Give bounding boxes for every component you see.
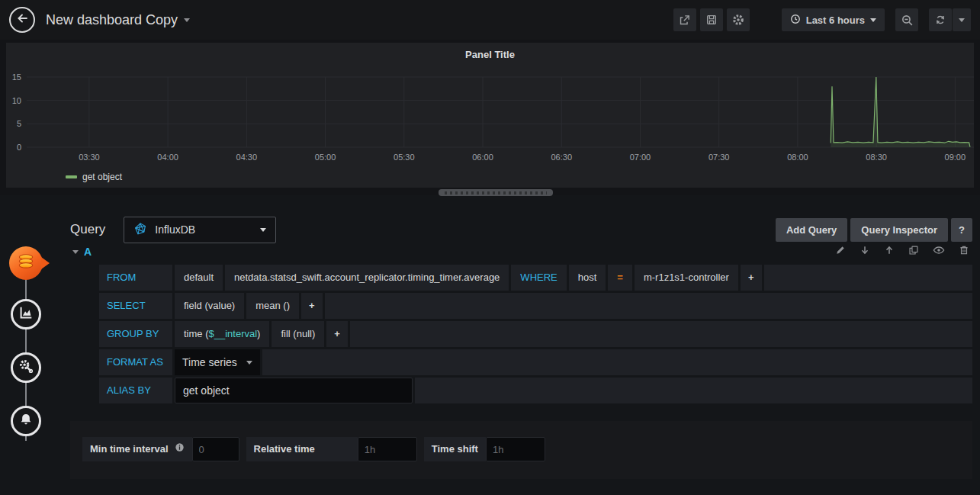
svg-text:04:30: 04:30 — [236, 153, 258, 162]
field-segment[interactable]: field (value) — [175, 293, 244, 319]
zoom-out-button[interactable] — [895, 8, 918, 31]
tab-general[interactable] — [9, 351, 43, 384]
legend-series-label: get object — [82, 172, 122, 182]
settings-button[interactable] — [727, 8, 750, 31]
add-group-by-button[interactable]: + — [326, 321, 348, 347]
pencil-icon — [835, 245, 846, 259]
svg-text:05:00: 05:00 — [315, 153, 336, 162]
svg-text:06:30: 06:30 — [551, 153, 572, 162]
row-filler — [764, 265, 973, 291]
row-filler — [350, 321, 972, 347]
database-icon — [16, 252, 36, 275]
share-icon — [678, 14, 691, 27]
svg-text:08:30: 08:30 — [866, 153, 887, 162]
info-icon[interactable] — [175, 437, 185, 461]
datasource-name: InfluxDB — [155, 223, 195, 236]
fill-segment[interactable]: fill (null) — [272, 321, 324, 347]
group-by-label: GROUP BY — [99, 321, 172, 347]
query-inspector-button[interactable]: Query Inspector — [850, 218, 948, 242]
panel-title[interactable]: Panel Title — [6, 49, 974, 60]
chevron-down-icon — [870, 18, 876, 22]
min-time-interval-input[interactable] — [192, 437, 239, 461]
panel-resize-handle[interactable] — [439, 189, 553, 196]
query-section-header: Query InfluxDB Add Query Query Inspector… — [70, 216, 972, 243]
delete-query-button[interactable] — [959, 245, 969, 259]
refresh-button-group — [929, 8, 971, 31]
tab-queries[interactable] — [9, 246, 43, 280]
svg-text:07:00: 07:00 — [630, 153, 651, 162]
queries-tab-active-marker — [9, 246, 43, 280]
query-section-title: Query — [70, 222, 105, 237]
datasource-picker[interactable]: InfluxDB — [124, 217, 276, 243]
query-collapse-toggle[interactable]: A — [72, 246, 92, 258]
min-time-interval-group: Min time interval — [82, 437, 239, 461]
time-shift-input[interactable] — [486, 437, 545, 461]
group-by-row: GROUP BY time ($__interval) fill (null) … — [99, 321, 972, 347]
svg-text:09:00: 09:00 — [945, 153, 966, 162]
arrow-up-icon — [884, 245, 895, 259]
add-condition-button[interactable]: + — [741, 265, 762, 291]
tab-alert[interactable] — [9, 404, 43, 438]
from-label: FROM — [99, 265, 172, 291]
influxdb-logo-icon — [133, 222, 147, 238]
clock-icon — [790, 14, 801, 27]
tab-visualization[interactable] — [9, 297, 43, 331]
time-func-text: time ( — [184, 328, 209, 339]
row-filler — [415, 378, 972, 403]
legend-item[interactable]: get object — [66, 172, 122, 182]
dashboard-title[interactable]: New dashboard Copy — [46, 12, 190, 28]
relative-time-group: Relative time — [246, 437, 417, 461]
dashboard-title-text: New dashboard Copy — [46, 12, 178, 28]
gear-icon — [731, 13, 745, 27]
add-select-part-button[interactable]: + — [301, 293, 323, 319]
duplicate-query-button[interactable] — [908, 245, 919, 259]
area-chart-icon — [18, 304, 34, 324]
svg-text:05:30: 05:30 — [394, 153, 415, 162]
mean-func-segment[interactable]: mean () — [246, 293, 299, 319]
copy-icon — [908, 245, 919, 259]
chevron-down-icon — [184, 18, 190, 22]
tag-value-segment[interactable]: m-r1z1s1-controller — [635, 265, 738, 291]
refresh-button[interactable] — [929, 8, 952, 31]
svg-text:04:00: 04:00 — [157, 153, 178, 162]
alias-by-input[interactable] — [175, 378, 413, 403]
tag-key-segment[interactable]: host — [569, 265, 606, 291]
refresh-interval-dropdown[interactable] — [953, 8, 971, 31]
alias-by-label: ALIAS BY — [99, 378, 172, 403]
format-as-row: FORMAT AS Time series — [99, 349, 972, 375]
relative-time-input[interactable] — [358, 437, 417, 461]
time-range-label: Last 6 hours — [806, 14, 865, 26]
min-time-interval-label: Min time interval — [90, 437, 169, 461]
back-button[interactable] — [9, 7, 35, 33]
svg-text:5: 5 — [17, 119, 21, 128]
time-shift-group: Time shift — [424, 437, 545, 461]
arrow-left-icon — [15, 11, 29, 28]
save-button[interactable] — [700, 8, 723, 31]
panel-chart[interactable]: 03:3004:0004:3005:0005:3006:0006:3007:00… — [6, 43, 974, 188]
format-as-select[interactable]: Time series — [175, 349, 260, 375]
retention-policy-segment[interactable]: default — [175, 265, 223, 291]
move-query-down-button[interactable] — [860, 245, 870, 259]
legend-series-dash — [66, 175, 77, 178]
time-range-picker[interactable]: Last 6 hours — [782, 8, 885, 31]
query-row-header: A — [72, 243, 969, 261]
help-button[interactable]: ? — [951, 218, 972, 242]
influx-query-editor: FROM default netdata.statsd_swift.accoun… — [99, 265, 972, 406]
edit-query-button[interactable] — [835, 245, 846, 259]
top-navbar: New dashboard Copy Last 6 hours — [0, 0, 980, 40]
toggle-query-visibility-button[interactable] — [933, 244, 945, 259]
operator-segment[interactable]: = — [608, 265, 632, 291]
select-label: SELECT — [99, 293, 172, 319]
share-button[interactable] — [673, 8, 696, 31]
select-row: SELECT field (value) mean () + — [99, 293, 972, 319]
time-interval-segment[interactable]: time ($__interval) — [175, 321, 269, 347]
row-filler — [262, 349, 972, 375]
svg-text:08:00: 08:00 — [787, 153, 808, 162]
alias-by-row: ALIAS BY — [99, 378, 972, 403]
measurement-segment[interactable]: netdata.statsd_swift.account_replicator.… — [225, 265, 509, 291]
move-query-up-button[interactable] — [884, 245, 895, 259]
svg-text:06:00: 06:00 — [472, 153, 493, 162]
time-shift-label: Time shift — [432, 437, 478, 461]
add-query-button[interactable]: Add Query — [776, 218, 847, 242]
chevron-down-icon — [72, 250, 79, 254]
